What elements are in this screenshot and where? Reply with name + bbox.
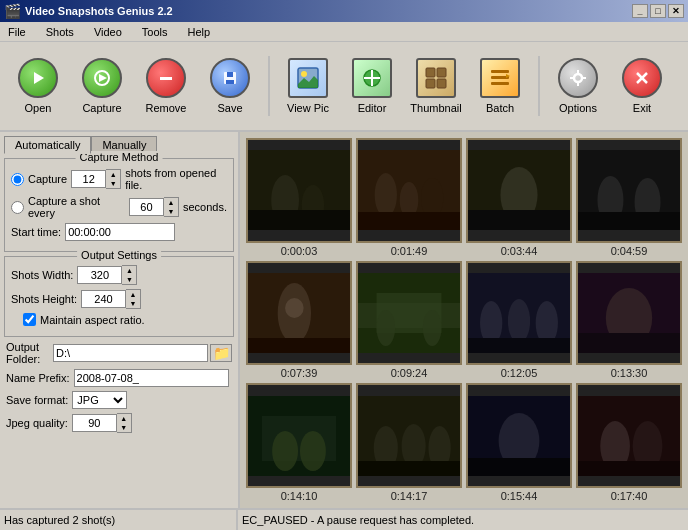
width-row: Shots Width: ▲ ▼	[11, 265, 227, 285]
interval-input[interactable]	[129, 198, 164, 216]
thumb-frame-1	[246, 138, 352, 243]
thumb-9[interactable]: 0:14:10	[246, 383, 352, 502]
capture-shots-suffix: shots from opened file.	[125, 167, 227, 191]
viewpic-label: View Pic	[287, 102, 329, 114]
width-spinbox: ▲ ▼	[77, 265, 137, 285]
shots-count-down[interactable]: ▼	[106, 179, 120, 188]
status-bar: Has captured 2 shot(s) EC_PAUSED - A pau…	[0, 508, 688, 530]
svg-rect-69	[358, 461, 460, 476]
batch-icon	[480, 58, 520, 98]
thumb-frame-7	[466, 261, 572, 366]
editor-button[interactable]: Editor	[342, 47, 402, 125]
jpeg-quality-label: Jpeg quality:	[6, 417, 68, 429]
folder-label: Output Folder:	[6, 341, 49, 365]
save-format-row: Save format: JPG BMP PNG	[6, 391, 232, 409]
menu-bar: File Shots Video Tools Help	[0, 22, 688, 42]
thumb-1[interactable]: 0:00:03	[246, 138, 352, 257]
svg-rect-76	[578, 461, 680, 476]
height-row: Shots Height: ▲ ▼	[11, 289, 227, 309]
menu-help[interactable]: Help	[184, 24, 215, 40]
viewpic-button[interactable]: View Pic	[278, 47, 338, 125]
batch-button[interactable]: Batch	[470, 47, 530, 125]
shots-count-up[interactable]: ▲	[106, 170, 120, 179]
height-up[interactable]: ▲	[126, 290, 140, 299]
minimize-button[interactable]: _	[632, 4, 648, 18]
height-input[interactable]	[81, 290, 126, 308]
thumb-6[interactable]: 0:09:24	[356, 261, 462, 380]
save-button[interactable]: Save	[200, 47, 260, 125]
start-time-input[interactable]	[65, 223, 175, 241]
name-prefix-label: Name Prefix:	[6, 372, 70, 384]
thumb-12[interactable]: 0:17:40	[576, 383, 682, 502]
save-label: Save	[217, 102, 242, 114]
thumbnails-panel: 0:00:03 0:01:49	[240, 132, 688, 508]
thumb-7[interactable]: 0:12:05	[466, 261, 572, 380]
open-button[interactable]: Open	[8, 47, 68, 125]
svg-marker-0	[34, 72, 44, 84]
save-format-select[interactable]: JPG BMP PNG	[72, 391, 127, 409]
svg-rect-57	[468, 338, 570, 353]
thumb-time-9: 0:14:10	[281, 490, 318, 502]
maximize-button[interactable]: □	[650, 4, 666, 18]
jpeg-quality-spinbox: ▲ ▼	[72, 413, 132, 433]
thumb-4[interactable]: 0:04:59	[576, 138, 682, 257]
thumb-time-3: 0:03:44	[501, 245, 538, 257]
menu-video[interactable]: Video	[90, 24, 126, 40]
output-settings-title: Output Settings	[77, 249, 161, 261]
aspect-ratio-checkbox[interactable]	[23, 313, 36, 326]
start-time-label: Start time:	[11, 226, 61, 238]
height-down[interactable]: ▼	[126, 299, 140, 308]
thumbnail-icon	[416, 58, 456, 98]
jpeg-quality-up[interactable]: ▲	[117, 414, 131, 423]
options-button[interactable]: Options	[548, 47, 608, 125]
viewpic-icon	[288, 58, 328, 98]
folder-input[interactable]	[53, 344, 208, 362]
svg-rect-72	[468, 458, 570, 476]
capture-icon	[82, 58, 122, 98]
editor-icon	[352, 58, 392, 98]
toolbar: Open Capture Remove Save View Pic Editor	[0, 42, 688, 132]
batch-label: Batch	[486, 102, 514, 114]
menu-file[interactable]: File	[4, 24, 30, 40]
jpeg-quality-input[interactable]	[72, 414, 117, 432]
exit-button[interactable]: Exit	[612, 47, 672, 125]
capture-button[interactable]: Capture	[72, 47, 132, 125]
thumb-5[interactable]: 0:07:39	[246, 261, 352, 380]
tab-automatically[interactable]: Automatically	[4, 136, 91, 154]
options-label: Options	[559, 102, 597, 114]
svg-rect-43	[578, 212, 680, 230]
svg-point-51	[377, 310, 396, 346]
output-settings-section: Output Settings Shots Width: ▲ ▼ Shots H…	[4, 256, 234, 337]
thumb-10[interactable]: 0:14:17	[356, 383, 462, 502]
width-up[interactable]: ▲	[122, 266, 136, 275]
interval-down[interactable]: ▼	[164, 207, 178, 216]
thumb-frame-9	[246, 383, 352, 488]
capture-method-section: Capture Method Capture ▲ ▼ shots from op…	[4, 158, 234, 252]
thumb-time-11: 0:15:44	[501, 490, 538, 502]
thumb-2[interactable]: 0:01:49	[356, 138, 462, 257]
width-down[interactable]: ▼	[122, 275, 136, 284]
thumb-3[interactable]: 0:03:44	[466, 138, 572, 257]
svg-point-33	[375, 173, 397, 217]
interval-up[interactable]: ▲	[164, 198, 178, 207]
status-message: EC_PAUSED - A pause request has complete…	[238, 514, 688, 526]
menu-tools[interactable]: Tools	[138, 24, 172, 40]
jpeg-quality-row: Jpeg quality: ▲ ▼	[6, 413, 232, 433]
jpeg-quality-down[interactable]: ▼	[117, 423, 131, 432]
capture-interval-radio[interactable]	[11, 201, 24, 214]
remove-button[interactable]: Remove	[136, 47, 196, 125]
thumbnail-button[interactable]: Thumbnail	[406, 47, 466, 125]
shots-count-input[interactable]	[71, 170, 106, 188]
name-prefix-input[interactable]	[74, 369, 229, 387]
status-shots: Has captured 2 shot(s)	[0, 510, 238, 530]
menu-shots[interactable]: Shots	[42, 24, 78, 40]
capture-shots-radio[interactable]	[11, 173, 24, 186]
width-input[interactable]	[77, 266, 122, 284]
thumbnail-label: Thumbnail	[410, 102, 461, 114]
thumb-11[interactable]: 0:15:44	[466, 383, 572, 502]
folder-browse-button[interactable]: 📁	[210, 344, 232, 362]
exit-label: Exit	[633, 102, 651, 114]
close-button[interactable]: ✕	[668, 4, 684, 18]
thumb-time-10: 0:14:17	[391, 490, 428, 502]
thumb-8[interactable]: 0:13:30	[576, 261, 682, 380]
